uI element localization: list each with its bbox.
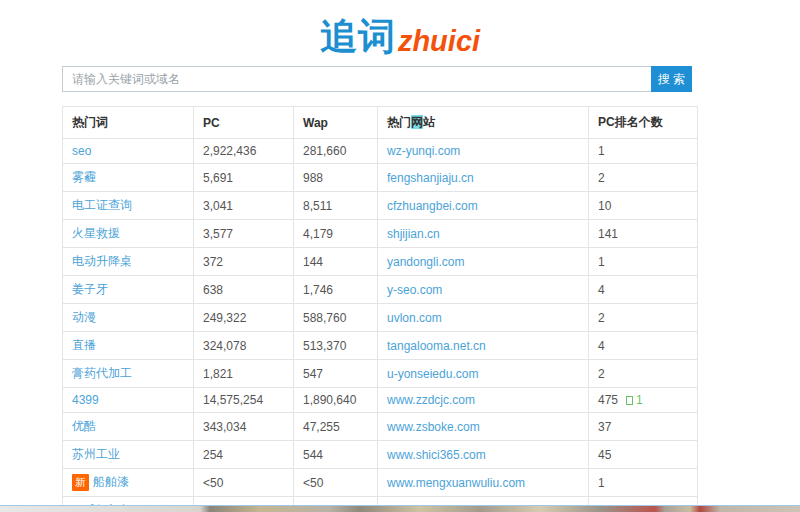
pc-count-cell: 3,041 xyxy=(194,192,294,220)
rank-count-cell: 37 xyxy=(589,413,698,441)
logo-en-text: zhuici xyxy=(398,25,480,57)
keyword-cell: 苏州工业 xyxy=(63,441,194,469)
table-row: 火星救援3,5774,179shjijian.cn141 xyxy=(63,220,698,248)
site-link[interactable]: cfzhuangbei.com xyxy=(387,199,478,213)
site-link[interactable]: shjijian.cn xyxy=(387,227,440,241)
site-link[interactable]: wz-yunqi.com xyxy=(387,144,460,158)
table-row: 雾霾5,691988fengshanjiaju.cn2 xyxy=(63,164,698,192)
header-text: 热门词 xyxy=(72,115,108,129)
header-text: PC排名个数 xyxy=(598,115,663,129)
site-link[interactable]: y-seo.com xyxy=(387,283,442,297)
site-cell: tangalooma.net.cn xyxy=(378,332,589,360)
column-header-hot-sites: 热门网站 xyxy=(378,107,589,139)
keyword-link[interactable]: 雾霾 xyxy=(72,170,96,184)
keyword-link[interactable]: 姜子牙 xyxy=(72,282,108,296)
header-text: 热门 xyxy=(387,115,411,129)
site-link[interactable]: www.zzdcjc.com xyxy=(387,393,475,407)
site-link[interactable]: www.mengxuanwuliu.com xyxy=(387,476,525,490)
new-badge: 新 xyxy=(72,474,89,491)
keyword-cell: 新船舶漆 xyxy=(63,469,194,497)
keyword-link[interactable]: 膏药代加工 xyxy=(72,366,132,380)
table-row: 电工证查询3,0418,511cfzhuangbei.com10 xyxy=(63,192,698,220)
table-row: 膏药代加工1,821547u-yonseiedu.com2 xyxy=(63,360,698,388)
wap-count-cell: 144 xyxy=(294,248,378,276)
pc-count-cell: 372 xyxy=(194,248,294,276)
wap-count-cell: 1,890,640 xyxy=(294,388,378,413)
rank-count-cell: 45 xyxy=(589,441,698,469)
rank-count-cell: 2 xyxy=(589,164,698,192)
wap-count-cell: 588,760 xyxy=(294,304,378,332)
keyword-cell: 直播 xyxy=(63,332,194,360)
keyword-link[interactable]: 优酷 xyxy=(72,419,96,433)
site-cell: www.zsboke.com xyxy=(378,413,589,441)
keyword-link[interactable]: 电工证查询 xyxy=(72,198,132,212)
pc-count-cell: 324,078 xyxy=(194,332,294,360)
site-link[interactable]: www.shici365.com xyxy=(387,448,486,462)
keyword-cell: 火星救援 xyxy=(63,220,194,248)
wap-count-cell: 513,370 xyxy=(294,332,378,360)
rank-count-cell: 2 xyxy=(589,304,698,332)
wap-count-cell: 988 xyxy=(294,164,378,192)
table-row: 苏州工业254544www.shici365.com45 xyxy=(63,441,698,469)
rank-change-indicator: 1 xyxy=(626,393,643,407)
rank-count-cell: 10 xyxy=(589,192,698,220)
rank-count-cell: 1 xyxy=(589,248,698,276)
site-link[interactable]: uvlon.com xyxy=(387,311,442,325)
keyword-cell: 膏药代加工 xyxy=(63,360,194,388)
rank-count-cell: 4 xyxy=(589,276,698,304)
pc-count-cell: 5,691 xyxy=(194,164,294,192)
rank-count-cell: 2 xyxy=(589,360,698,388)
keyword-cell: seo xyxy=(63,139,194,164)
header-text: PC xyxy=(203,116,220,130)
keyword-link[interactable]: 电动升降桌 xyxy=(72,254,132,268)
site-cell: fengshanjiaju.cn xyxy=(378,164,589,192)
wap-count-cell: 4,179 xyxy=(294,220,378,248)
site-cell: wz-yunqi.com xyxy=(378,139,589,164)
keywords-table: 热门词PCWap热门网站PC排名个数 seo2,922,436281,660wz… xyxy=(62,106,698,512)
pc-count-cell: 254 xyxy=(194,441,294,469)
table-header-row: 热门词PCWap热门网站PC排名个数 xyxy=(63,107,698,139)
keyword-cell: 雾霾 xyxy=(63,164,194,192)
table-row: seo2,922,436281,660wz-yunqi.com1 xyxy=(63,139,698,164)
site-link[interactable]: yandongli.com xyxy=(387,255,464,269)
search-button[interactable]: 搜 索 xyxy=(651,66,692,92)
wap-count-cell: 547 xyxy=(294,360,378,388)
table-row: 动漫249,322588,760uvlon.com2 xyxy=(63,304,698,332)
search-bar: 搜 索 xyxy=(62,66,692,92)
pc-count-cell: 2,922,436 xyxy=(194,139,294,164)
pc-count-cell: <50 xyxy=(194,469,294,497)
rank-change-icon xyxy=(626,396,633,405)
pc-count-cell: 14,575,254 xyxy=(194,388,294,413)
keyword-link[interactable]: 动漫 xyxy=(72,310,96,324)
table-row: 姜子牙6381,746y-seo.com4 xyxy=(63,276,698,304)
keyword-cell: 电动升降桌 xyxy=(63,248,194,276)
keyword-link[interactable]: 火星救援 xyxy=(72,226,120,240)
site-cell: cfzhuangbei.com xyxy=(378,192,589,220)
pc-count-cell: 343,034 xyxy=(194,413,294,441)
column-header-pc-rank-count: PC排名个数 xyxy=(589,107,698,139)
site-cell: uvlon.com xyxy=(378,304,589,332)
site-link[interactable]: www.zsboke.com xyxy=(387,420,480,434)
site-cell: y-seo.com xyxy=(378,276,589,304)
keyword-link[interactable]: 4399 xyxy=(72,393,99,407)
keyword-link[interactable]: 船舶漆 xyxy=(93,475,129,489)
site-link[interactable]: fengshanjiaju.cn xyxy=(387,171,474,185)
rank-count-cell: 1 xyxy=(589,139,698,164)
pc-count-cell: 3,577 xyxy=(194,220,294,248)
rank-count-cell: 1 xyxy=(589,469,698,497)
keyword-link[interactable]: seo xyxy=(72,144,91,158)
site-link[interactable]: tangalooma.net.cn xyxy=(387,339,486,353)
column-header-pc: PC xyxy=(194,107,294,139)
keyword-link[interactable]: 苏州工业 xyxy=(72,447,120,461)
rank-count-cell: 4751 xyxy=(589,388,698,413)
pc-count-cell: 249,322 xyxy=(194,304,294,332)
keyword-cell: 4399 xyxy=(63,388,194,413)
logo[interactable]: 追词zhuici xyxy=(0,12,800,56)
table-row: 电动升降桌372144yandongli.com1 xyxy=(63,248,698,276)
header-highlighted-char: 网 xyxy=(411,115,423,129)
site-link[interactable]: u-yonseiedu.com xyxy=(387,367,478,381)
site-cell: www.mengxuanwuliu.com xyxy=(378,469,589,497)
keyword-link[interactable]: 直播 xyxy=(72,338,96,352)
search-input[interactable] xyxy=(62,66,651,92)
table-row: 直播324,078513,370tangalooma.net.cn4 xyxy=(63,332,698,360)
